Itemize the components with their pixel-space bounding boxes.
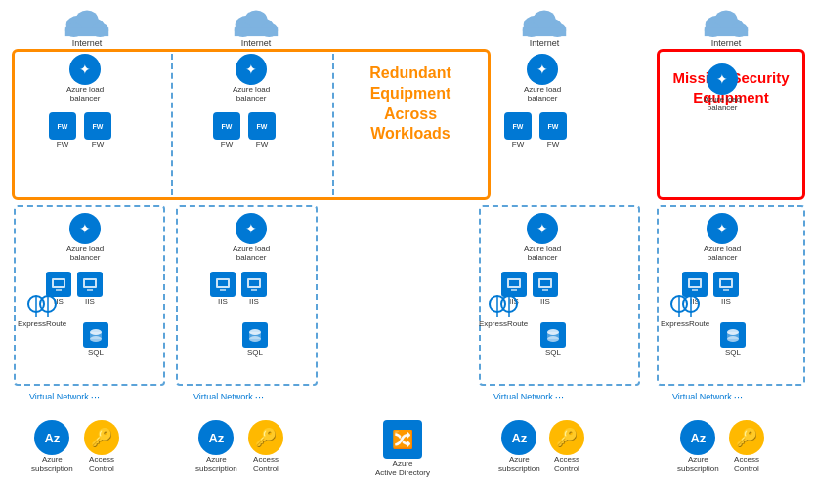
lb-icon-2: ✦	[236, 54, 267, 85]
svg-point-18	[90, 336, 102, 342]
col3-vnet-text: Virtual Network	[493, 392, 553, 401]
col1-access: 🔑 AccessControl	[84, 420, 119, 474]
col1-fw1: FW	[49, 112, 76, 140]
cloud-2-icon	[230, 6, 282, 37]
svg-rect-60	[690, 280, 700, 286]
svg-rect-27	[220, 289, 226, 291]
svg-rect-29	[249, 280, 259, 286]
col1-access-label: AccessControl	[89, 456, 114, 474]
col3-top-lb-label: Azure loadbalancer	[524, 86, 561, 104]
col4-expressroute: ExpressRoute	[661, 288, 709, 329]
col1-expressroute: ExpressRoute	[18, 288, 66, 329]
col3-access: 🔑 AccessControl	[549, 420, 584, 474]
col2-access-label: AccessControl	[253, 456, 279, 474]
svg-rect-39	[523, 27, 566, 36]
col2-fw2: FW	[248, 112, 276, 140]
svg-rect-24	[235, 27, 278, 36]
col3-sql-label: SQL	[545, 349, 561, 357]
svg-rect-41	[509, 280, 519, 286]
sql-icon-3	[540, 322, 566, 348]
cloud-3-icon	[518, 6, 571, 37]
lb-icon-3: ✦	[527, 54, 558, 85]
ad-icon: 🔀	[383, 420, 422, 459]
lb-icon-3b: ✦	[527, 213, 558, 244]
svg-rect-5	[65, 27, 108, 36]
col2-fw1: FW	[213, 112, 240, 140]
col2-azure-sub-label: Azuresubscription	[195, 456, 237, 474]
col4-top-lb-label: Azure loadbalancer	[704, 96, 741, 113]
col4-azure-sub: Az Azuresubscription	[677, 420, 719, 474]
key-icon-4: 🔑	[729, 420, 764, 455]
col1-top-lb: ✦ Azure loadbalancer	[66, 54, 104, 104]
col3-vnet-label: Virtual Network ···	[493, 391, 564, 402]
cloud-4-label: Internet	[711, 38, 742, 48]
col1-vm2	[77, 272, 103, 297]
svg-rect-58	[705, 27, 748, 36]
col3-azure-sub: Az Azuresubscription	[498, 420, 540, 474]
col1-azure-sub: Az Azuresubscription	[31, 420, 73, 474]
svg-rect-44	[540, 280, 550, 286]
col3-fw2: FW	[539, 112, 567, 140]
key-icon-1: 🔑	[84, 420, 119, 455]
col2-top-lb-label: Azure loadbalancer	[233, 86, 270, 104]
col4-bot-lb-label: Azure loadbalancer	[704, 245, 741, 263]
er-icon-3	[488, 288, 519, 319]
diagram: Redundant Equipment Across Workloads Mis…	[0, 0, 815, 504]
lb-icon-1: ✦	[69, 54, 101, 85]
col3-fw1-label: FW	[512, 141, 524, 149]
sql-icon-4	[720, 322, 746, 348]
col3-azure-sub-label: Azuresubscription	[498, 456, 540, 474]
sql-icon-1	[83, 322, 108, 348]
col2-bot-lb-label: Azure loadbalancer	[233, 245, 270, 263]
col3-iis2-label: IIS	[540, 298, 550, 307]
azure-sub-icon-4: Az	[680, 420, 715, 455]
col2-sql: SQL	[242, 322, 268, 357]
col1-fw-row: FW FW FW FW	[49, 112, 111, 149]
col-divider-1	[171, 54, 173, 195]
col2-top-lb: ✦ Azure loadbalancer	[233, 54, 270, 104]
col3-vnet-icon: ···	[555, 391, 564, 402]
col2-fw-row: FW FW FW FW	[213, 112, 276, 149]
col2-vnet-icon: ···	[255, 391, 264, 402]
key-icon-2: 🔑	[248, 420, 283, 455]
col4-top-lb: ✦ Azure loadbalancer	[704, 63, 741, 113]
azure-sub-icon-2: Az	[198, 420, 234, 455]
col3-fw1: FW	[504, 112, 532, 140]
col1-bot-lb: ✦ Azure loadbalancer	[66, 213, 104, 263]
cloud-2-label: Internet	[241, 38, 272, 48]
er-icon-4	[669, 288, 701, 319]
sql-icon-2	[242, 322, 268, 348]
azure-sub-icon-1: Az	[34, 420, 69, 455]
col4-vnet-icon: ···	[734, 391, 743, 402]
col3-access-label: AccessControl	[554, 456, 579, 474]
svg-rect-64	[723, 289, 729, 291]
svg-rect-10	[85, 280, 95, 286]
col3-fw2-label: FW	[547, 141, 559, 149]
col2-bot-lb: ✦ Azure loadbalancer	[233, 213, 270, 263]
cloud-1: Internet	[61, 6, 113, 48]
col4-bot-lb: ✦ Azure loadbalancer	[704, 213, 741, 263]
col1-azure-sub-label: Azuresubscription	[31, 456, 73, 474]
col-divider-2	[332, 54, 334, 195]
col2-iis2-label: IIS	[249, 298, 259, 307]
svg-rect-30	[251, 289, 257, 291]
col3-top-lb: ✦ Azure loadbalancer	[524, 54, 561, 104]
cloud-2: Internet	[230, 6, 282, 48]
col4-er-label: ExpressRoute	[661, 320, 709, 329]
svg-rect-63	[721, 280, 731, 286]
col2-vnet-text: Virtual Network	[193, 392, 253, 401]
col4-azure-sub-label: Azuresubscription	[677, 456, 719, 474]
lb-icon-1b: ✦	[69, 213, 101, 244]
er-icon-1	[26, 288, 58, 319]
col4-iis2-label: IIS	[721, 298, 731, 307]
cloud-4: Internet	[700, 6, 752, 48]
col4-vnet-label: Virtual Network ···	[672, 391, 743, 402]
col2-sql-label: SQL	[247, 349, 263, 357]
cloud-3: Internet	[518, 6, 571, 48]
svg-rect-45	[542, 289, 548, 291]
col3-bot-lb-label: Azure loadbalancer	[524, 245, 561, 263]
col2-iis-row: IIS IIS	[210, 272, 267, 307]
col4-sql-label: SQL	[725, 349, 741, 357]
redundant-label: Redundant Equipment Across Workloads	[342, 63, 479, 145]
col1-vnet-text: Virtual Network	[29, 392, 89, 401]
